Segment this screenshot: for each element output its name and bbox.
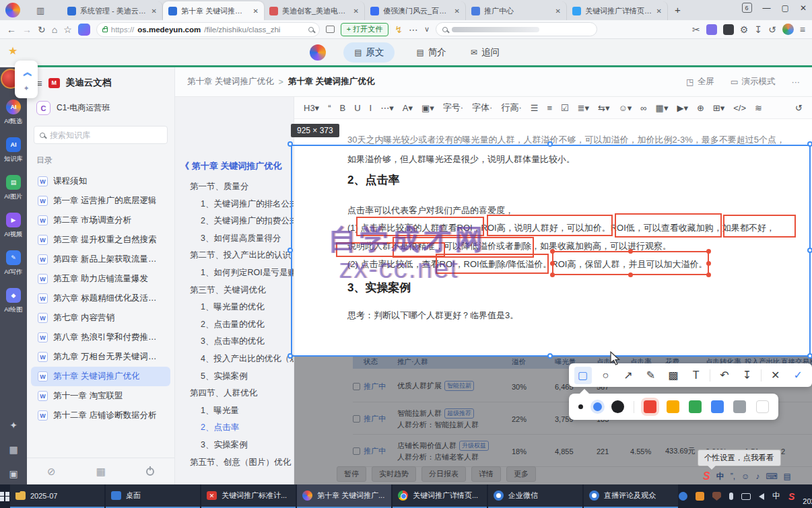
present-mode-button[interactable]: ▭演示模式: [731, 76, 776, 87]
browser-tab[interactable]: 傻强澳门风云_百度搜索 ✕: [365, 1, 466, 20]
selection-handle[interactable]: [547, 141, 553, 147]
taskbar-item[interactable]: 2025-07: [10, 484, 104, 508]
toc-item[interactable]: 2、点击量的优化: [175, 316, 294, 334]
toolbox-icon[interactable]: ▣: [9, 468, 18, 479]
annotation-tool[interactable]: ↧: [738, 367, 755, 384]
annotation-tool[interactable]: ▩: [665, 367, 682, 384]
class-row[interactable]: C C1-电商运营班: [27, 93, 174, 118]
browser-menu-icon[interactable]: ≡: [800, 24, 805, 35]
toc-item[interactable]: 第三节、关键词优化: [175, 282, 294, 299]
ime-mic-icon[interactable]: ♪: [755, 472, 759, 481]
editor-toolbar-icon[interactable]: U: [354, 103, 360, 113]
kb-search-input[interactable]: [50, 131, 151, 140]
toc-item[interactable]: 1、如何判定ROI是亏是赚: [175, 264, 294, 282]
tray-wecom-icon[interactable]: [679, 492, 687, 501]
kb-search-box[interactable]: [34, 126, 168, 144]
selection-handle[interactable]: [807, 353, 812, 359]
annotation-tool[interactable]: ▢: [574, 367, 592, 384]
taskbar-item[interactable]: 直播评论及观众: [584, 484, 678, 508]
annotation-tool[interactable]: ↶: [716, 367, 733, 384]
tab-close-icon[interactable]: ✕: [151, 7, 157, 15]
toc-item[interactable]: 2、点击率: [175, 419, 294, 437]
tab-close-icon[interactable]: ✕: [253, 7, 259, 15]
tab-close-icon[interactable]: ✕: [656, 7, 662, 15]
browser-tab[interactable]: 美迪创客_美迪电商_美 ✕: [264, 1, 365, 20]
tab-close-icon[interactable]: ✕: [353, 7, 359, 15]
screenshot-scissors-icon[interactable]: ✂: [692, 24, 700, 35]
edit-disabled-icon[interactable]: ⊘: [47, 466, 56, 478]
annotation-tool[interactable]: ↗: [619, 367, 637, 384]
taskbar-item[interactable]: 关键词推广标准计...: [201, 484, 296, 508]
toc-item[interactable]: 1、曝光量: [175, 402, 294, 420]
selection-handle[interactable]: [807, 141, 812, 147]
ime-keyboard-icon[interactable]: ⌨: [766, 472, 777, 481]
power-icon[interactable]: [146, 468, 154, 476]
ai-rail-item[interactable]: ▤ AI图片: [0, 175, 27, 201]
doc-item[interactable]: W 第五章 助力店铺流量爆发: [31, 269, 170, 289]
doc-item[interactable]: W 第二章 市场调查分析: [31, 211, 170, 230]
editor-toolbar-icon[interactable]: ▣▾: [421, 103, 434, 113]
toc-item[interactable]: 第二节、投入产出比的认识: [175, 247, 294, 264]
toc-item[interactable]: 第一节、质量分: [175, 178, 294, 196]
ai-rail-item[interactable]: AI AI甄选: [0, 100, 27, 126]
toc-item[interactable]: 3、实操案例: [175, 437, 294, 454]
browser-tab[interactable]: 系统管理 - 美迪云管理 ✕: [62, 1, 163, 20]
doc-item[interactable]: W 第七章 内容营销: [31, 308, 170, 328]
annotation-tool[interactable]: [761, 369, 762, 382]
color-swatch[interactable]: [644, 400, 656, 413]
toc-item[interactable]: 第四节、人群优化: [175, 385, 294, 402]
tray-sogou-icon[interactable]: S: [788, 491, 794, 502]
reload-button[interactable]: ↻: [38, 24, 46, 35]
taskbar-item[interactable]: 企业微信: [488, 484, 582, 508]
editor-toolbar-icon[interactable]: ⊕: [697, 103, 704, 113]
breadcrumb-parent[interactable]: 第十章 关键词推广优化: [187, 76, 273, 87]
screenshot-selection[interactable]: [291, 145, 811, 357]
ai-logo-icon[interactable]: [310, 44, 326, 61]
ime-emoji-icon[interactable]: ☺: [741, 472, 749, 481]
editor-toolbar-icon[interactable]: ≋: [755, 103, 762, 113]
toc-item[interactable]: 5、实操案例: [175, 368, 294, 386]
viewer-tab[interactable]: ▤ 原文: [343, 42, 395, 63]
ai-extension-icon[interactable]: [78, 24, 90, 36]
browser-tab[interactable]: 第十章 关键词推广优化 ✕: [163, 1, 264, 20]
sogou-logo-icon[interactable]: S: [703, 470, 710, 482]
editor-toolbar-icon[interactable]: ≣▾: [578, 103, 589, 113]
editor-toolbar-icon[interactable]: B: [340, 103, 346, 113]
browser-tab[interactable]: 推广中心 ✕: [466, 1, 567, 20]
color-swatch[interactable]: [578, 404, 583, 409]
tray-lang-icon[interactable]: 中: [772, 491, 780, 502]
editor-toolbar-icon[interactable]: 字号·: [443, 102, 463, 114]
fullscreen-button[interactable]: ◳全屏: [686, 76, 714, 87]
doc-item[interactable]: W 第三章 提升权重之自然搜索: [31, 230, 170, 250]
color-swatch[interactable]: [756, 400, 769, 413]
selection-handle[interactable]: [287, 353, 293, 359]
ai-rail-item[interactable]: ◆ AI绘图: [0, 288, 27, 314]
editor-toolbar-icon[interactable]: 行高·: [501, 102, 521, 114]
selection-handle[interactable]: [287, 141, 293, 147]
editor-toolbar-icon[interactable]: ▶▾: [677, 103, 688, 113]
editor-toolbar-icon[interactable]: ≡: [547, 103, 552, 113]
annotation-tool[interactable]: ✓: [789, 367, 807, 384]
chevron-down-icon[interactable]: ∨: [424, 25, 430, 34]
editor-toolbar-icon[interactable]: </>: [733, 103, 746, 113]
color-swatch[interactable]: [733, 400, 746, 413]
quick-search-input[interactable]: [436, 22, 597, 36]
annotation-tool[interactable]: T: [687, 367, 705, 384]
back-button[interactable]: ←: [7, 24, 16, 35]
tab-close-icon[interactable]: ✕: [454, 7, 460, 15]
viewer-tab[interactable]: ✉ 追问: [468, 42, 502, 63]
new-tab-button[interactable]: +: [675, 4, 681, 15]
selection-handle[interactable]: [547, 353, 553, 359]
annotation-tool[interactable]: [710, 369, 710, 382]
browser-tab[interactable]: 关键词推广详情页_万相 ✕: [567, 1, 668, 20]
editor-toolbar-icon[interactable]: ⇆▾: [598, 103, 609, 113]
annotation-tool[interactable]: ✎: [642, 367, 659, 384]
viewer-tab[interactable]: ▤ 简介: [413, 42, 448, 63]
tab-counter-badge[interactable]: 6: [742, 3, 752, 13]
doc-item[interactable]: W 第四章 新品上架获取流量秘籍: [31, 250, 170, 269]
selection-handle[interactable]: [287, 248, 293, 253]
toc-item[interactable]: 4、投入产出比的优化（观察7天/15: [175, 351, 294, 368]
bolt-icon[interactable]: ↯: [395, 24, 403, 35]
color-swatch[interactable]: [667, 400, 679, 413]
editor-toolbar-icon[interactable]: A▾: [403, 103, 413, 113]
